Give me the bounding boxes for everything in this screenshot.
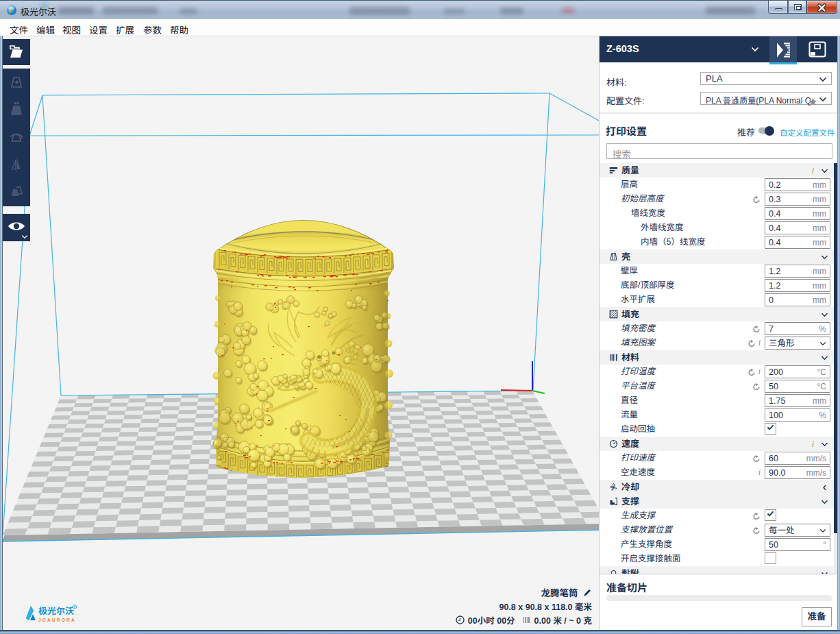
svg-text:R: R — [74, 605, 76, 609]
svg-text:极光尔沃: 极光尔沃 — [38, 604, 74, 617]
svg-text:JGAURORA: JGAURORA — [38, 618, 76, 622]
